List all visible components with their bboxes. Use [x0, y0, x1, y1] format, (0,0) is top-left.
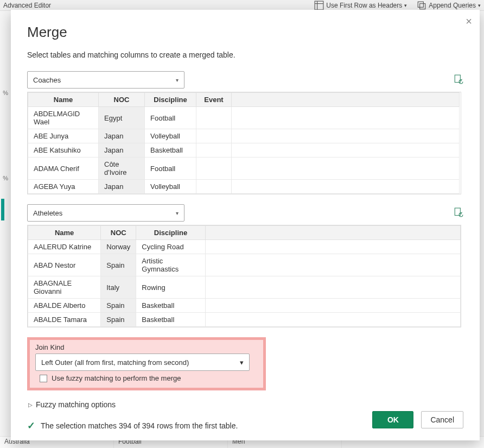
- table-row[interactable]: ABALDE AlbertoSpainBasketball: [28, 299, 461, 313]
- join-kind-label: Join Kind: [35, 343, 258, 351]
- table2-header-noc[interactable]: NOC: [101, 226, 136, 240]
- table1-preview: Name NOC Discipline Event ABDELMAGID Wae…: [27, 92, 461, 194]
- table1-header-discipline[interactable]: Discipline: [145, 93, 196, 107]
- checkbox-icon[interactable]: [40, 375, 47, 382]
- dialog-title: Merge: [27, 24, 463, 41]
- table-row[interactable]: AALERUD KatrineNorwayCycling Road: [28, 240, 461, 254]
- table-row[interactable]: ABAD NestorSpainArtistic Gymnastics: [28, 254, 461, 276]
- merge-dialog: × Merge Select tables and matching colum…: [11, 10, 480, 440]
- toolbar-use-first-row[interactable]: Use First Row as Headers ▾: [314, 1, 407, 10]
- table2-header-row: Name NOC Discipline: [28, 226, 461, 240]
- table-row[interactable]: ABDELMAGID WaelEgyptFootball: [28, 107, 460, 129]
- toolbar-advanced-editor[interactable]: Advanced Editor: [3, 2, 51, 9]
- join-kind-value: Left Outer (all from first, matching fro…: [41, 358, 189, 367]
- table1-dropdown[interactable]: Coaches ▾: [27, 71, 184, 89]
- svg-rect-4: [420, 3, 425, 9]
- check-icon: ✓: [27, 420, 35, 432]
- grid-icon: [314, 1, 324, 10]
- triangle-right-icon: ▷: [28, 402, 33, 408]
- table1-header-row: Name NOC Discipline Event: [28, 93, 460, 107]
- table1-header-blank: [232, 93, 460, 107]
- table-row[interactable]: ABAGNALE GiovanniItalyRowing: [28, 276, 461, 299]
- table1-header-name[interactable]: Name: [28, 93, 99, 107]
- table-row[interactable]: AGEBA YuyaJapanVolleyball: [28, 180, 460, 194]
- app-toolbar: Advanced Editor Use First Row as Headers…: [0, 0, 484, 11]
- table-row[interactable]: ABE KatsuhikoJapanBasketball: [28, 143, 460, 157]
- chevron-down-icon: ▾: [176, 210, 179, 216]
- status-text: The selection matches 394 of 394 rows fr…: [41, 421, 238, 430]
- refresh-preview-icon[interactable]: [454, 207, 463, 219]
- chevron-down-icon: ▾: [240, 358, 244, 367]
- join-kind-dropdown[interactable]: Left Outer (all from first, matching fro…: [35, 354, 250, 371]
- table2-dropdown[interactable]: Atheletes ▾: [27, 204, 184, 222]
- svg-rect-3: [418, 2, 424, 7]
- svg-rect-6: [455, 208, 460, 216]
- table2-header-discipline[interactable]: Discipline: [136, 226, 205, 240]
- fuzzy-options-expander[interactable]: ▷ Fuzzy matching options: [28, 400, 463, 409]
- chevron-down-icon: ▾: [478, 3, 481, 8]
- table1-header-noc[interactable]: NOC: [99, 93, 145, 107]
- table1-header-event[interactable]: Event: [196, 93, 232, 107]
- background-left-gutter: % %: [0, 11, 10, 436]
- dialog-subtitle: Select tables and matching columns to cr…: [27, 51, 463, 59]
- close-icon[interactable]: ×: [466, 15, 472, 28]
- refresh-preview-icon[interactable]: [454, 74, 463, 86]
- fuzzy-matching-checkbox-row[interactable]: Use fuzzy matching to perform the merge: [35, 371, 258, 383]
- toolbar-append-queries[interactable]: Append Queries ▾: [417, 1, 481, 10]
- chevron-down-icon: ▾: [176, 77, 179, 83]
- fuzzy-checkbox-label: Use fuzzy matching to perform the merge: [52, 374, 181, 382]
- fuzzy-options-label: Fuzzy matching options: [36, 400, 116, 409]
- table-row[interactable]: ABE JunyaJapanVolleyball: [28, 129, 460, 143]
- ok-button[interactable]: OK: [372, 411, 413, 428]
- join-kind-highlight: Join Kind Left Outer (all from first, ma…: [27, 337, 266, 390]
- table2-header-name[interactable]: Name: [28, 226, 101, 240]
- svg-rect-0: [315, 1, 323, 10]
- table2-preview: Name NOC Discipline AALERUD KatrineNorwa…: [27, 225, 461, 327]
- chevron-down-icon: ▾: [404, 3, 407, 8]
- table1-dropdown-value: Coaches: [33, 76, 61, 84]
- table-row[interactable]: ABALDE TamaraSpainBasketball: [28, 313, 461, 327]
- table2-header-blank: [205, 226, 460, 240]
- table2-dropdown-value: Atheletes: [33, 209, 62, 217]
- cancel-button[interactable]: Cancel: [421, 411, 463, 428]
- table-row[interactable]: ADAMA CherifCôte d'IvoireFootball: [28, 157, 460, 180]
- selection-color-bar: [1, 199, 4, 220]
- append-icon: [417, 1, 426, 10]
- svg-rect-5: [455, 75, 460, 83]
